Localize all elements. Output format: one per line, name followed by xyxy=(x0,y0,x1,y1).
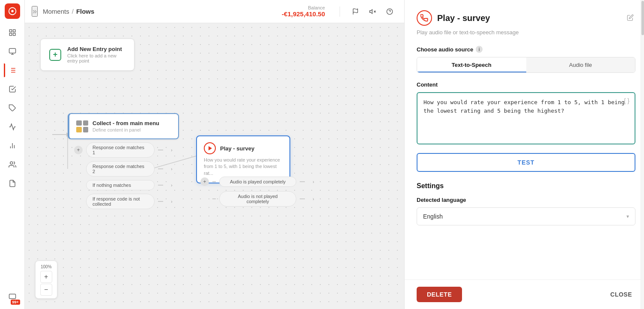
response-option-4[interactable]: If response code is not collected › xyxy=(74,194,177,209)
audio-source-section: Choose audio source i xyxy=(417,46,635,53)
panel-header: Play - survey xyxy=(417,10,635,26)
response-option-2[interactable]: Response code matches 2 › xyxy=(74,161,177,177)
response-arrow-4[interactable]: › xyxy=(167,196,177,207)
sidebar-item-dashboard[interactable] xyxy=(4,24,21,41)
tts-toggle-button[interactable]: Text-to-Speech xyxy=(417,57,526,72)
response-arrow-3[interactable]: › xyxy=(167,180,177,190)
sidebar-item-contacts[interactable] xyxy=(4,81,21,98)
chevron-down-icon: ▾ xyxy=(626,213,629,219)
balance-value: -€1,925,410.50 xyxy=(282,10,325,18)
language-select[interactable]: English ▾ xyxy=(417,207,635,225)
test-button[interactable]: TEST xyxy=(417,153,635,172)
response-option-1[interactable]: + Response code matches 1 › xyxy=(74,142,177,158)
notification-badge: 99+ xyxy=(11,300,20,305)
audio-options: + Audio is played completely › Audio is … xyxy=(200,177,319,211)
panel-edit-button[interactable] xyxy=(625,12,635,24)
flag-button[interactable] xyxy=(348,4,363,19)
svg-rect-4 xyxy=(9,33,12,36)
audio-file-toggle-button[interactable]: Audio file xyxy=(526,57,635,72)
language-value: English xyxy=(423,213,443,220)
audio-option-1[interactable]: + Audio is played completely › xyxy=(200,177,319,187)
sidebar: 99+ xyxy=(0,0,25,309)
topbar: » Moments / Flows Balance -€1,925,410.50 xyxy=(25,0,404,23)
help-button[interactable] xyxy=(382,4,397,19)
collect-card[interactable]: Collect - from main menu Define content … xyxy=(68,113,179,139)
audio-source-toggle: Text-to-Speech Audio file xyxy=(417,57,635,73)
expand-button[interactable]: » xyxy=(32,6,38,17)
svg-rect-3 xyxy=(13,30,15,32)
panel-scrollbar[interactable] xyxy=(641,0,644,309)
sidebar-item-integrations[interactable] xyxy=(4,43,21,60)
collect-title: Collect - from main menu xyxy=(92,120,159,126)
svg-rect-6 xyxy=(9,48,15,53)
audio-source-label: Choose audio source xyxy=(417,46,473,53)
sidebar-item-settings[interactable]: 99+ xyxy=(4,288,21,306)
audio-option-2[interactable]: Audio is not played completely › xyxy=(200,191,319,207)
svg-rect-5 xyxy=(13,33,15,36)
response-option-3[interactable]: If nothing matches › xyxy=(74,180,177,190)
canvas-area: + Add New Entry point Click here to add … xyxy=(25,23,404,309)
audio-source-info-icon[interactable]: i xyxy=(476,46,483,53)
play-card-body: How you would rate your experience from … xyxy=(204,157,283,177)
zoom-out-button[interactable]: − xyxy=(40,284,52,296)
close-button[interactable]: CLOSE xyxy=(610,291,632,298)
content-label: Content xyxy=(417,81,438,88)
balance-label: Balance xyxy=(308,5,325,10)
audio-pill-1: Audio is played completely xyxy=(219,177,296,187)
response-pill-1: Response code matches 1 xyxy=(86,142,155,158)
scrollbar-thumb[interactable] xyxy=(641,1,644,35)
content-textarea[interactable]: How you would rate your experience from … xyxy=(423,98,629,137)
zoom-controls: 100% + − xyxy=(35,261,57,299)
svg-point-1 xyxy=(11,10,14,12)
content-label-wrap: Content xyxy=(417,81,635,88)
sidebar-item-reports[interactable] xyxy=(4,137,21,154)
detected-language-label: Detected language xyxy=(417,197,635,203)
play-card-title: Play - survey xyxy=(220,145,254,152)
svg-rect-14 xyxy=(9,294,15,299)
entry-point-card[interactable]: + Add New Entry point Click here to add … xyxy=(40,39,134,71)
topbar-icons xyxy=(348,4,397,19)
sidebar-item-tags[interactable] xyxy=(4,99,21,117)
sidebar-item-flows[interactable] xyxy=(4,62,21,79)
mute-button[interactable] xyxy=(365,4,380,19)
collect-icon xyxy=(76,120,88,132)
panel-content: Play - survey Play audio file or text-to… xyxy=(405,0,644,279)
breadcrumb: Moments / Flows xyxy=(43,8,94,15)
svg-rect-2 xyxy=(9,30,12,32)
topbar-divider xyxy=(340,6,340,17)
svg-marker-16 xyxy=(370,9,372,13)
panel-title: Play - survey xyxy=(437,13,620,23)
app-logo[interactable] xyxy=(5,3,20,19)
response-arrow-2[interactable]: › xyxy=(167,164,177,174)
entry-plus-icon: + xyxy=(49,49,61,61)
breadcrumb-separator: / xyxy=(72,8,74,15)
response-options: + Response code matches 1 › Response cod… xyxy=(74,142,177,213)
response-pill-2: Response code matches 2 xyxy=(86,161,155,177)
breadcrumb-parent[interactable]: Moments xyxy=(43,8,69,15)
content-section: Content How you would rate your experien… xyxy=(417,81,635,144)
add-response-1-button[interactable]: + xyxy=(74,146,83,154)
add-audio-1-btn[interactable]: + xyxy=(200,177,209,186)
zoom-level: 100% xyxy=(38,264,54,270)
panel-header-icon xyxy=(417,10,432,26)
response-arrow-1[interactable]: › xyxy=(167,145,177,155)
response-pill-3: If nothing matches xyxy=(86,180,155,190)
zoom-in-button[interactable]: + xyxy=(40,271,52,283)
entry-title: Add New Entry point xyxy=(67,46,125,52)
sidebar-item-analytics[interactable] xyxy=(4,118,21,135)
svg-point-13 xyxy=(10,162,12,164)
canvas-background: + Add New Entry point Click here to add … xyxy=(25,23,404,309)
right-panel: Play - survey Play audio file or text-to… xyxy=(404,0,644,309)
response-pill-4: If response code is not collected xyxy=(86,194,155,209)
audio-pill-2: Audio is not played completely xyxy=(219,191,296,207)
sidebar-item-users[interactable] xyxy=(4,156,21,173)
main-area: » Moments / Flows Balance -€1,925,410.50 xyxy=(25,0,404,309)
audio-arrow-2[interactable]: › xyxy=(308,194,319,204)
content-textarea-wrap[interactable]: How you would rate your experience from … xyxy=(417,92,635,144)
sidebar-item-templates[interactable] xyxy=(4,175,21,192)
delete-button[interactable]: DELETE xyxy=(417,287,462,302)
breadcrumb-child: Flows xyxy=(76,8,95,15)
entry-subtitle: Click here to add a new entry point xyxy=(67,53,125,63)
template-braces-button[interactable]: { } xyxy=(624,97,629,104)
audio-arrow-1[interactable]: › xyxy=(308,177,319,187)
